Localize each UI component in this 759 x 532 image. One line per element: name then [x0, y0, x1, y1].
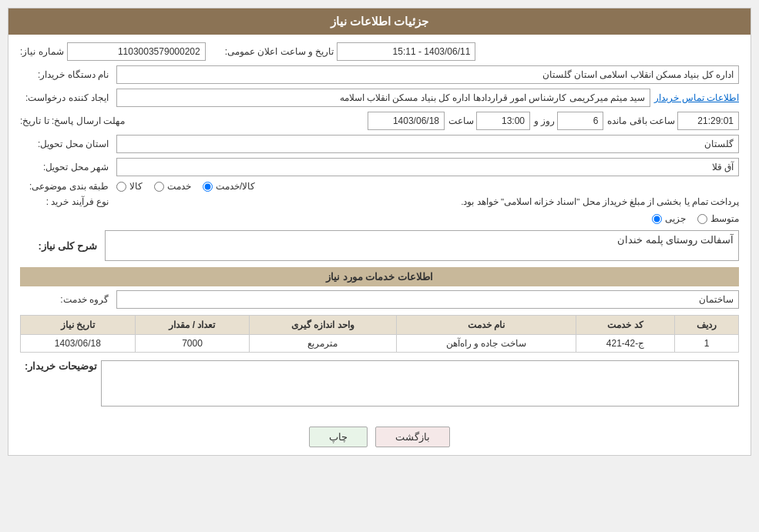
- contact-info-link[interactable]: اطلاعات تماس خریدار: [654, 92, 739, 103]
- category-label: طبقه بندی موضوعی:: [20, 181, 113, 192]
- creator-input: سید میثم میرکریمی کارشناس امور قراردادها…: [116, 89, 650, 107]
- col-service-code: کد خدمت: [576, 316, 675, 335]
- city-label: شهر محل تحویل:: [20, 162, 113, 172]
- back-button[interactable]: بازگشت: [375, 427, 450, 447]
- page-title: جزئیات اطلاعات نیاز: [8, 8, 751, 35]
- days-label: روز و: [534, 115, 555, 126]
- remaining-label: ساعت باقی مانده: [607, 115, 675, 126]
- need-desc-label: شرح کلی نیاز:: [20, 240, 97, 252]
- time-label: ساعت: [448, 115, 474, 126]
- category-khedmat[interactable]: خدمت: [154, 181, 191, 192]
- announce-date-value: 1403/06/11 - 15:11: [337, 42, 475, 61]
- radio-jozee-label: جزیی: [665, 213, 686, 224]
- button-row: بازگشت چاپ: [8, 419, 751, 455]
- col-unit: واحد اندازه گیری: [250, 316, 396, 335]
- category-kala[interactable]: کالا: [116, 181, 143, 192]
- purchase-jozee[interactable]: جزیی: [652, 213, 686, 224]
- col-service-name: نام خدمت: [396, 316, 576, 335]
- need-desc-box: آسفالت روستای پلمه خندان: [105, 230, 739, 261]
- province-input: گلستان: [116, 135, 739, 153]
- buyer-name-input: اداره کل بنیاد مسکن انقلاب اسلامی استان …: [116, 65, 739, 84]
- buyer-desc-label: توضیحات خریدار:: [20, 360, 97, 372]
- services-section-header: اطلاعات خدمات مورد نیاز: [20, 267, 739, 286]
- category-kala-khedmat[interactable]: کالا/خدمت: [203, 181, 255, 192]
- province-label: استان محل تحویل:: [20, 139, 113, 149]
- deadline-label: مهلت ارسال پاسخ: تا تاریخ:: [20, 115, 129, 126]
- radio-motawaset-label: متوسط: [710, 213, 739, 224]
- remaining-time-value: 21:29:01: [677, 112, 739, 130]
- need-number-label: شماره نیاز:: [20, 46, 64, 57]
- buyer-name-label: نام دستگاه خریدار:: [20, 69, 113, 80]
- purchase-type-label: نوع فرآیند خرید :: [20, 196, 113, 207]
- print-button[interactable]: چاپ: [309, 427, 368, 447]
- radio-kala-label: کالا: [129, 181, 143, 192]
- col-row-num: ردیف: [675, 316, 739, 335]
- radio-kala-khedmat-label: کالا/خدمت: [216, 181, 255, 192]
- deadline-days-value: 6: [557, 112, 603, 130]
- buyer-desc-textarea[interactable]: [101, 360, 739, 407]
- service-group-label: گروه خدمت:: [20, 294, 113, 305]
- col-need-date: تاریخ نیاز: [21, 316, 136, 335]
- deadline-time-value: 13:00: [476, 112, 530, 130]
- purchase-motawaset[interactable]: متوسط: [697, 213, 739, 224]
- need-number-value: 1103003579000202: [67, 42, 206, 61]
- category-radio-group: کالا/خدمت خدمت کالا: [116, 181, 255, 192]
- announce-date-label: تاریخ و ساعت اعلان عمومی:: [225, 46, 334, 57]
- creator-label: ایجاد کننده درخواست:: [20, 92, 113, 103]
- table-row: 1 ج-42-421 ساخت جاده و راه‌آهن مترمربع 7…: [21, 335, 739, 353]
- col-quantity: تعداد / مقدار: [135, 316, 250, 335]
- purchase-type-radio-group: متوسط جزیی: [652, 213, 739, 224]
- purchase-note: پرداخت تمام یا بخشی از مبلغ خریداز محل "…: [461, 196, 739, 207]
- radio-khedmat-label: خدمت: [167, 181, 191, 192]
- deadline-date-value: 1403/06/18: [368, 112, 445, 130]
- city-input: آق قلا: [116, 158, 739, 176]
- services-table: ردیف کد خدمت نام خدمت واحد اندازه گیری ت…: [20, 315, 739, 353]
- service-group-input: ساختمان: [116, 290, 739, 309]
